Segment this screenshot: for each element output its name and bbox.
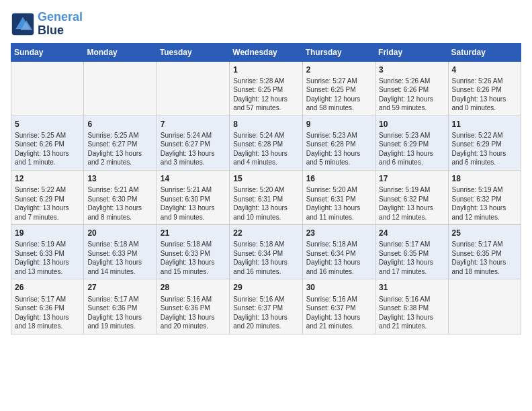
day-info: Sunrise: 5:25 AM Sunset: 6:27 PM Dayligh… bbox=[87, 131, 152, 167]
weekday-header: Monday bbox=[84, 43, 157, 61]
day-info: Sunrise: 5:24 AM Sunset: 6:27 PM Dayligh… bbox=[161, 131, 226, 167]
day-info: Sunrise: 5:26 AM Sunset: 6:26 PM Dayligh… bbox=[379, 77, 444, 113]
calendar-day: 15Sunrise: 5:20 AM Sunset: 6:31 PM Dayli… bbox=[230, 170, 302, 224]
day-number: 16 bbox=[306, 173, 371, 184]
day-number: 24 bbox=[379, 228, 444, 238]
day-info: Sunrise: 5:17 AM Sunset: 6:36 PM Dayligh… bbox=[87, 295, 152, 331]
day-number: 30 bbox=[306, 282, 371, 293]
day-info: Sunrise: 5:16 AM Sunset: 6:37 PM Dayligh… bbox=[306, 295, 371, 331]
calendar-day: 23Sunrise: 5:18 AM Sunset: 6:34 PM Dayli… bbox=[302, 225, 375, 279]
calendar-week: 1Sunrise: 5:28 AM Sunset: 6:25 PM Daylig… bbox=[11, 61, 521, 116]
calendar-day: 2Sunrise: 5:27 AM Sunset: 6:25 PM Daylig… bbox=[302, 61, 375, 116]
calendar-day bbox=[157, 61, 229, 116]
calendar-day: 27Sunrise: 5:17 AM Sunset: 6:36 PM Dayli… bbox=[84, 279, 157, 334]
day-number: 18 bbox=[452, 173, 517, 184]
calendar-day: 30Sunrise: 5:16 AM Sunset: 6:37 PM Dayli… bbox=[302, 279, 375, 334]
day-number: 31 bbox=[379, 282, 444, 293]
day-number: 6 bbox=[87, 119, 152, 130]
day-number: 1 bbox=[233, 64, 298, 75]
calendar-day: 25Sunrise: 5:17 AM Sunset: 6:35 PM Dayli… bbox=[448, 225, 521, 279]
calendar-day: 26Sunrise: 5:17 AM Sunset: 6:36 PM Dayli… bbox=[11, 279, 84, 334]
day-info: Sunrise: 5:22 AM Sunset: 6:29 PM Dayligh… bbox=[452, 131, 517, 167]
calendar-day: 7Sunrise: 5:24 AM Sunset: 6:27 PM Daylig… bbox=[157, 116, 229, 170]
calendar-week: 5Sunrise: 5:25 AM Sunset: 6:26 PM Daylig… bbox=[11, 116, 521, 170]
day-info: Sunrise: 5:21 AM Sunset: 6:30 PM Dayligh… bbox=[87, 185, 152, 222]
calendar-day bbox=[84, 61, 157, 116]
calendar-day bbox=[11, 61, 84, 116]
day-number: 14 bbox=[161, 173, 226, 184]
calendar-day: 8Sunrise: 5:24 AM Sunset: 6:28 PM Daylig… bbox=[230, 116, 302, 170]
day-info: Sunrise: 5:18 AM Sunset: 6:33 PM Dayligh… bbox=[161, 240, 226, 276]
day-info: Sunrise: 5:20 AM Sunset: 6:31 PM Dayligh… bbox=[306, 185, 371, 222]
calendar-day: 6Sunrise: 5:25 AM Sunset: 6:27 PM Daylig… bbox=[84, 116, 157, 170]
calendar-day: 16Sunrise: 5:20 AM Sunset: 6:31 PM Dayli… bbox=[302, 170, 375, 224]
weekday-header: Friday bbox=[375, 43, 448, 61]
day-number: 3 bbox=[379, 64, 444, 75]
day-number: 9 bbox=[306, 119, 371, 130]
day-info: Sunrise: 5:17 AM Sunset: 6:35 PM Dayligh… bbox=[452, 240, 517, 276]
day-number: 8 bbox=[233, 119, 298, 130]
calendar-day: 12Sunrise: 5:22 AM Sunset: 6:29 PM Dayli… bbox=[11, 170, 84, 224]
day-info: Sunrise: 5:18 AM Sunset: 6:33 PM Dayligh… bbox=[87, 240, 152, 276]
day-number: 29 bbox=[233, 282, 298, 293]
day-info: Sunrise: 5:18 AM Sunset: 6:34 PM Dayligh… bbox=[233, 240, 298, 276]
day-number: 19 bbox=[15, 228, 80, 238]
day-info: Sunrise: 5:17 AM Sunset: 6:36 PM Dayligh… bbox=[15, 295, 80, 331]
day-info: Sunrise: 5:18 AM Sunset: 6:34 PM Dayligh… bbox=[306, 240, 371, 276]
weekday-header: Wednesday bbox=[230, 43, 302, 61]
day-info: Sunrise: 5:20 AM Sunset: 6:31 PM Dayligh… bbox=[233, 185, 298, 222]
logo-text: General Blue bbox=[38, 11, 83, 38]
calendar-day: 18Sunrise: 5:19 AM Sunset: 6:32 PM Dayli… bbox=[448, 170, 521, 224]
calendar-week: 19Sunrise: 5:19 AM Sunset: 6:33 PM Dayli… bbox=[11, 225, 521, 279]
day-number: 2 bbox=[306, 64, 371, 75]
calendar-day: 11Sunrise: 5:22 AM Sunset: 6:29 PM Dayli… bbox=[448, 116, 521, 170]
calendar-day bbox=[448, 279, 521, 334]
calendar-week: 26Sunrise: 5:17 AM Sunset: 6:36 PM Dayli… bbox=[11, 279, 521, 334]
day-info: Sunrise: 5:25 AM Sunset: 6:26 PM Dayligh… bbox=[15, 131, 80, 167]
day-info: Sunrise: 5:28 AM Sunset: 6:25 PM Dayligh… bbox=[233, 77, 298, 113]
day-number: 28 bbox=[161, 282, 226, 293]
day-number: 17 bbox=[379, 173, 444, 184]
logo: General Blue bbox=[11, 11, 83, 38]
calendar-day: 31Sunrise: 5:16 AM Sunset: 6:38 PM Dayli… bbox=[375, 279, 448, 334]
calendar-day: 9Sunrise: 5:23 AM Sunset: 6:28 PM Daylig… bbox=[302, 116, 375, 170]
calendar-day: 29Sunrise: 5:16 AM Sunset: 6:37 PM Dayli… bbox=[230, 279, 302, 334]
day-info: Sunrise: 5:16 AM Sunset: 6:36 PM Dayligh… bbox=[161, 295, 226, 331]
day-info: Sunrise: 5:17 AM Sunset: 6:35 PM Dayligh… bbox=[379, 240, 444, 276]
calendar-day: 20Sunrise: 5:18 AM Sunset: 6:33 PM Dayli… bbox=[84, 225, 157, 279]
day-number: 20 bbox=[87, 228, 152, 238]
day-info: Sunrise: 5:16 AM Sunset: 6:37 PM Dayligh… bbox=[233, 295, 298, 331]
calendar-day: 19Sunrise: 5:19 AM Sunset: 6:33 PM Dayli… bbox=[11, 225, 84, 279]
day-number: 26 bbox=[15, 282, 80, 293]
day-info: Sunrise: 5:19 AM Sunset: 6:32 PM Dayligh… bbox=[452, 185, 517, 222]
day-info: Sunrise: 5:26 AM Sunset: 6:26 PM Dayligh… bbox=[452, 77, 517, 113]
calendar-header: SundayMondayTuesdayWednesdayThursdayFrid… bbox=[11, 43, 521, 61]
day-number: 25 bbox=[452, 228, 517, 238]
day-number: 7 bbox=[161, 119, 226, 130]
logo-icon bbox=[11, 12, 35, 36]
calendar-day: 5Sunrise: 5:25 AM Sunset: 6:26 PM Daylig… bbox=[11, 116, 84, 170]
page-header: General Blue bbox=[11, 11, 521, 38]
day-info: Sunrise: 5:23 AM Sunset: 6:29 PM Dayligh… bbox=[379, 131, 444, 167]
day-number: 5 bbox=[15, 119, 80, 130]
day-info: Sunrise: 5:19 AM Sunset: 6:32 PM Dayligh… bbox=[379, 185, 444, 222]
calendar-day: 3Sunrise: 5:26 AM Sunset: 6:26 PM Daylig… bbox=[375, 61, 448, 116]
day-info: Sunrise: 5:22 AM Sunset: 6:29 PM Dayligh… bbox=[15, 185, 80, 222]
day-info: Sunrise: 5:23 AM Sunset: 6:28 PM Dayligh… bbox=[306, 131, 371, 167]
calendar-day: 17Sunrise: 5:19 AM Sunset: 6:32 PM Dayli… bbox=[375, 170, 448, 224]
calendar-day: 13Sunrise: 5:21 AM Sunset: 6:30 PM Dayli… bbox=[84, 170, 157, 224]
calendar-day: 10Sunrise: 5:23 AM Sunset: 6:29 PM Dayli… bbox=[375, 116, 448, 170]
day-number: 11 bbox=[452, 119, 517, 130]
day-number: 27 bbox=[87, 282, 152, 293]
weekday-header: Saturday bbox=[448, 43, 521, 61]
day-number: 22 bbox=[233, 228, 298, 238]
day-number: 12 bbox=[15, 173, 80, 184]
day-number: 21 bbox=[161, 228, 226, 238]
calendar-day: 22Sunrise: 5:18 AM Sunset: 6:34 PM Dayli… bbox=[230, 225, 302, 279]
calendar-day: 14Sunrise: 5:21 AM Sunset: 6:30 PM Dayli… bbox=[157, 170, 229, 224]
day-number: 15 bbox=[233, 173, 298, 184]
calendar-day: 4Sunrise: 5:26 AM Sunset: 6:26 PM Daylig… bbox=[448, 61, 521, 116]
day-number: 23 bbox=[306, 228, 371, 238]
weekday-header: Thursday bbox=[302, 43, 375, 61]
weekday-header: Tuesday bbox=[157, 43, 229, 61]
